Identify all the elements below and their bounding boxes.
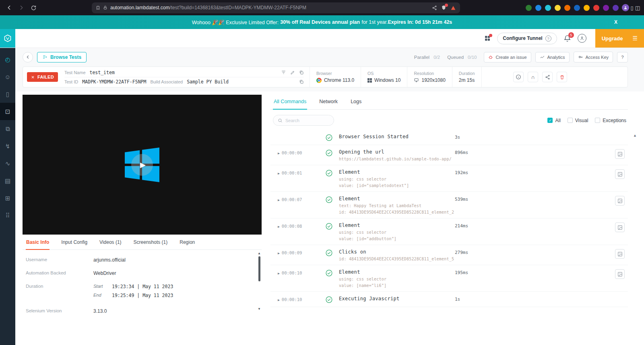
bookmark-icon[interactable] [96, 5, 100, 10]
access-key-button[interactable]: Access Key [574, 52, 613, 62]
command-row[interactable]: ▶00:00:01Elementusing: css selectorvalue… [270, 165, 628, 192]
command-detail: value: [name="li6"] [339, 283, 455, 288]
reading-list-icon[interactable]: ▯ [631, 5, 634, 11]
upgrade-button[interactable]: Upgrade ☰ [595, 29, 644, 48]
tab-all-commands[interactable]: All Commands [273, 95, 307, 110]
back-button[interactable] [23, 52, 33, 62]
extension-icon[interactable] [545, 5, 551, 11]
sidebar-item-status-smiley[interactable]: ☺ [0, 68, 15, 85]
screenshot-button[interactable] [615, 196, 625, 206]
share-page-icon[interactable] [432, 5, 437, 10]
expand-caret-icon[interactable]: ▶ [278, 152, 280, 155]
magnet-icon[interactable]: ∩ [528, 72, 538, 82]
lambdatest-logo[interactable] [0, 29, 15, 48]
edit-pencil-icon[interactable] [290, 70, 295, 75]
sidebar-item-dashboard-gauge[interactable]: ◴ [0, 51, 15, 68]
create-issue-button[interactable]: Create an issue [484, 52, 531, 62]
extension-icon[interactable] [603, 5, 609, 11]
extension-icon[interactable] [613, 5, 619, 11]
search-input[interactable] [285, 118, 326, 123]
tunnel-help-icon[interactable]: ? [545, 35, 551, 42]
extension-icon[interactable] [584, 5, 590, 11]
command-row[interactable]: ▶00:00:10Executing Javascript1s [270, 292, 628, 307]
user-avatar[interactable] [578, 34, 586, 43]
expand-caret-icon[interactable]: ▶ [278, 225, 280, 229]
analytics-button[interactable]: Analytics [535, 52, 570, 62]
extension-icon[interactable] [535, 5, 541, 11]
command-timestamp[interactable]: ▶00:00:10 [270, 296, 319, 302]
command-row[interactable]: ▶00:00:00Opening the urlhttps://lambdate… [270, 145, 628, 165]
command-timestamp[interactable]: ▶00:00:10 [270, 269, 319, 275]
command-row[interactable]: ▶00:00:08Elementusing: css selectorvalue… [270, 218, 628, 245]
tab-network[interactable]: Network [318, 95, 339, 110]
command-row[interactable]: ▶00:00:09Clicks onid: 48413DE95D64EE2CC4… [270, 245, 628, 265]
left-panel-scrollbar[interactable]: ▲ ▼ [257, 251, 262, 311]
test-video-player[interactable]: ▶ [23, 95, 262, 235]
command-row[interactable]: ▶00:00:10Elementusing: css selectorvalue… [270, 265, 628, 292]
share-test-icon[interactable] [542, 72, 553, 82]
sidebar-item-mobile-device[interactable]: ▯ [0, 85, 15, 103]
extension-icon[interactable] [555, 5, 561, 11]
browser-back-icon[interactable] [4, 2, 14, 13]
command-timestamp[interactable]: ▶00:00:00 [270, 149, 319, 155]
copy-name-icon[interactable] [299, 70, 304, 75]
sidebar-item-insights-chart[interactable]: ∿ [0, 155, 15, 172]
extension-icon[interactable] [526, 5, 532, 11]
sidebar-item-apps-grid[interactable]: ⠿ [0, 207, 15, 224]
tab-screenshots[interactable]: Screenshots (1) [133, 239, 168, 250]
sidebar-item-real-browsers[interactable]: ⧉ [0, 120, 15, 137]
browser-reload-icon[interactable] [28, 2, 39, 13]
screenshot-button[interactable] [615, 169, 625, 179]
command-timestamp[interactable]: ▶00:00:08 [270, 222, 319, 229]
screenshot-button[interactable] [615, 249, 625, 259]
command-timestamp[interactable]: ▶00:00:07 [270, 196, 319, 202]
sidebar-item-integrations-plus[interactable]: ⊞ [0, 189, 15, 207]
command-row[interactable]: ▶00:00:07Elementtext: Happy Testing at L… [270, 192, 628, 218]
warning-triangle-icon[interactable] [450, 5, 456, 10]
banner-close-button[interactable]: X [614, 15, 617, 29]
configure-tunnel-button[interactable]: Configure Tunnel ? [497, 33, 557, 44]
play-button[interactable]: ▶ [131, 154, 153, 176]
screenshot-button[interactable] [615, 269, 625, 279]
commands-scroll-up-icon[interactable]: ▲ [633, 133, 637, 137]
menu-icon[interactable]: ☰ [632, 35, 638, 42]
tab-basic-info[interactable]: Basic Info [26, 239, 50, 250]
delete-test-icon[interactable] [557, 72, 567, 82]
expand-caret-icon[interactable]: ▶ [278, 251, 280, 255]
filter-exceptions[interactable]: Exceptions [595, 118, 626, 123]
command-timestamp[interactable]: ▶00:00:01 [270, 169, 319, 175]
tab-input-config[interactable]: Input Config [61, 239, 88, 250]
browser-profile-avatar[interactable] [622, 4, 629, 11]
tab-videos[interactable]: Videos (1) [99, 239, 122, 250]
expand-caret-icon[interactable]: ▶ [278, 198, 280, 202]
command-timestamp[interactable]: ▶00:00:09 [270, 249, 319, 255]
scroll-up-icon[interactable]: ▲ [258, 251, 261, 256]
screenshot-button[interactable] [615, 149, 625, 159]
sidebar-item-automation-robot[interactable]: ⊡ [0, 103, 15, 120]
extension-icon[interactable] [593, 5, 599, 11]
command-search[interactable] [273, 115, 334, 126]
sidebar-item-hyperexecute-bolt[interactable]: ↯ [0, 137, 15, 155]
sidebar-toggle-icon[interactable]: ◫ [635, 5, 640, 11]
browser-forward-icon[interactable] [16, 2, 27, 13]
extension-icon[interactable] [574, 5, 580, 11]
copy-id-icon[interactable] [299, 79, 304, 84]
filter-all[interactable]: All [547, 118, 560, 123]
expand-caret-icon[interactable]: ▶ [278, 272, 280, 275]
extension-icon[interactable] [564, 5, 570, 11]
sidebar-item-resources-docs[interactable]: ▤ [0, 172, 15, 189]
expand-caret-icon[interactable]: ▶ [278, 172, 280, 175]
expand-caret-icon[interactable]: ▶ [278, 298, 280, 302]
info-icon[interactable] [513, 72, 524, 82]
scrollbar-thumb[interactable] [258, 256, 260, 281]
scroll-down-icon[interactable]: ▼ [258, 307, 261, 311]
filter-visual[interactable]: Visual [568, 118, 588, 123]
tab-region[interactable]: Region [179, 239, 195, 250]
address-bar[interactable]: automation.lambdatest.com/test?build=143… [92, 2, 460, 13]
help-button[interactable]: ? [617, 52, 628, 62]
filter-list-icon[interactable] [281, 70, 286, 75]
command-row[interactable]: Browser Session Started3s [270, 130, 628, 145]
screenshot-button[interactable] [615, 222, 625, 232]
browse-tests-button[interactable]: Browse Tests [37, 52, 87, 62]
tab-logs[interactable]: Logs [350, 95, 362, 110]
